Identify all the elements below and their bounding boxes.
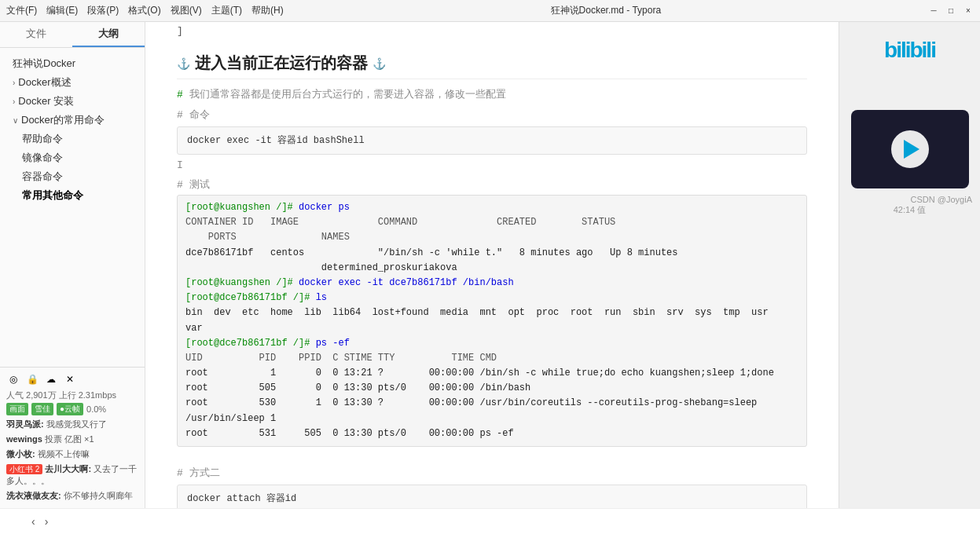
sidebar-icon-row: ◎ 🔒 ☁ ✕ xyxy=(6,372,138,386)
live-badges-row: 画面 雪佳 ●云帧 0.0% xyxy=(6,403,138,415)
outline-item-help[interactable]: 帮助命令 xyxy=(0,130,145,148)
cursor-indicator: I xyxy=(177,159,807,171)
ps-row-4: root 531 505 0 13:30 pts/0 00:00:00 ps -… xyxy=(185,428,514,439)
label-test-1: # 测试 xyxy=(177,177,807,192)
outline-item-other[interactable]: 常用其他命令 xyxy=(0,186,145,205)
nav-forward-button[interactable]: › xyxy=(45,515,49,528)
play-icon xyxy=(904,140,919,159)
ps-row-3: root 530 1 0 13:30 ? 00:00:00 /usr/bin/c… xyxy=(185,397,757,408)
outline-other-label: 常用其他命令 xyxy=(22,188,83,203)
badge-xuejia: 雪佳 xyxy=(31,403,53,415)
comment-3: 微小枚: 视频不上传嘛 xyxy=(6,447,138,462)
comment-text-1: 我们通常容器都是使用后台方式运行的，需要进入容器，修改一些配置 xyxy=(189,89,506,101)
closing-bracket: ] xyxy=(177,25,807,37)
ps-row-1: root 1 0 0 13:21 ? 00:00:00 /bin/sh -c w… xyxy=(185,368,774,379)
titlebar: 文件(F) 编辑(E) 段落(P) 格式(O) 视图(V) 主题(T) 帮助(H… xyxy=(0,0,980,22)
outline-item-image[interactable]: 镜像命令 xyxy=(0,148,145,167)
lock-icon[interactable]: 🔒 xyxy=(25,372,39,386)
menu-view[interactable]: 视图(V) xyxy=(171,4,202,17)
window-title: 狂神说Docker.md - Typora xyxy=(284,4,928,17)
nav-back-button[interactable]: ‹ xyxy=(31,515,35,528)
video-thumbnail[interactable] xyxy=(851,110,969,188)
outline-item-overview[interactable]: › Docker概述 xyxy=(0,73,145,92)
container-name: determined_proskuriakova xyxy=(185,262,457,273)
ps-header: UID PID PPID C STIME TTY TIME CMD xyxy=(185,353,497,364)
menu-edit[interactable]: 编辑(E) xyxy=(46,4,78,17)
header-row-2: PORTS NAMES xyxy=(185,232,350,243)
header-row: CONTAINER ID IMAGE COMMAND CREATED STATU… xyxy=(185,217,615,228)
outline-commands-label: Docker的常用命令 xyxy=(21,113,105,127)
user-1: 羽灵鸟派: xyxy=(6,419,44,429)
outline-image-label: 镜像命令 xyxy=(22,151,63,165)
prompt-3: [root@dce7b86171bf /]# xyxy=(185,292,310,303)
section-title: ⚓ 进入当前正在运行的容器 ⚓ xyxy=(177,53,807,79)
cmd-ps-ef: ps -ef xyxy=(310,338,349,349)
menu-format[interactable]: 格式(O) xyxy=(128,4,160,17)
video-time: 42:14 值 xyxy=(894,204,927,216)
outline-item-install[interactable]: › Docker 安装 xyxy=(0,92,145,111)
outline-help-label: 帮助命令 xyxy=(22,132,63,146)
cloud-icon[interactable]: ☁ xyxy=(44,372,58,386)
outline-container-label: 容器命令 xyxy=(22,170,63,184)
yunzhen-percent: 0.0% xyxy=(86,404,106,414)
bilibili-logo: bilibili xyxy=(884,38,935,63)
tab-file[interactable]: 文件 xyxy=(0,22,72,47)
close-button[interactable]: × xyxy=(963,5,974,16)
menu-file[interactable]: 文件(F) xyxy=(6,4,37,17)
outline-root-label: 狂神说Docker xyxy=(13,57,75,71)
badge-yunzhen: ●云帧 xyxy=(57,403,83,415)
tab-outline[interactable]: 大纲 xyxy=(72,22,145,47)
cmd-docker-ps: docker ps xyxy=(293,202,350,213)
user-2: wewings xyxy=(6,434,42,444)
toggle-overview: › xyxy=(13,79,15,87)
spacer-1 xyxy=(177,450,807,459)
play-button[interactable] xyxy=(891,130,929,168)
ps-row-2: root 505 0 0 13:30 pts/0 00:00:00 /bin/b… xyxy=(185,382,530,393)
bottom-nav: ‹ › xyxy=(0,508,980,534)
menu-paragraph[interactable]: 段落(P) xyxy=(87,4,119,17)
comment-5: 洗衣液做友友: 你不够持久啊廊年 xyxy=(6,488,138,503)
maximize-button[interactable]: □ xyxy=(945,5,956,16)
menu-theme[interactable]: 主题(T) xyxy=(211,4,242,17)
window-controls[interactable]: ─ □ × xyxy=(928,5,974,16)
record-icon[interactable]: ◎ xyxy=(6,372,20,386)
terminal-block-1[interactable]: [root@kuangshen /]# docker ps CONTAINER … xyxy=(177,195,807,447)
live-section: 人气 2,901万 上行 2.31mbps 画面 雪佳 ●云帧 0.0% 羽灵鸟… xyxy=(6,390,138,503)
close-icon[interactable]: ✕ xyxy=(63,372,77,386)
user-4: 去川大大啊: xyxy=(45,464,91,474)
csdn-watermark: CSDN @JoygiA xyxy=(911,195,972,204)
toggle-commands: ∨ xyxy=(13,116,18,125)
outline-item-commands[interactable]: ∨ Docker的常用命令 xyxy=(0,111,145,130)
user-5: 洗衣液做友友: xyxy=(6,491,61,500)
comment-2: wewings 投票 亿图 ×1 xyxy=(6,432,138,447)
label-cmd: # 命令 xyxy=(177,108,807,122)
outline-install-label: Docker 安装 xyxy=(18,94,74,108)
comment-1: # 我们通常容器都是使用后台方式运行的，需要进入容器，修改一些配置 xyxy=(177,87,807,101)
right-panel: bilibili CSDN @JoygiA 42:14 值 xyxy=(839,22,980,508)
comment-hash: # xyxy=(177,89,183,101)
section-heading-text: 进入当前正在运行的容器 xyxy=(195,53,368,74)
outline-item-container[interactable]: 容器命令 xyxy=(0,167,145,186)
container-row: dce7b86171bf centos "/bin/sh -c 'while t… xyxy=(185,247,678,258)
sidebar-bottom: ◎ 🔒 ☁ ✕ 人气 2,901万 上行 2.31mbps 画面 雪佳 ●云帧 … xyxy=(0,367,145,508)
menu-bar[interactable]: 文件(F) 编辑(E) 段落(P) 格式(O) 视图(V) 主题(T) 帮助(H… xyxy=(6,4,284,17)
cmd-exec-1: docker exec -it dce7b86171bf /bin/bash xyxy=(293,277,514,288)
cmd-exec: docker exec -it 容器id bashShell xyxy=(177,126,807,155)
badge-xiaohongshu: 小红书 2 xyxy=(6,464,42,474)
menu-help[interactable]: 帮助(H) xyxy=(251,4,284,17)
badge-picture: 画面 xyxy=(6,403,28,415)
cmd-ls: ls xyxy=(310,292,327,303)
live-stats-row: 人气 2,901万 上行 2.31mbps xyxy=(6,390,138,401)
ls-output: bin dev etc home lib lib64 lost+found me… xyxy=(185,307,769,318)
outline-item-root[interactable]: 狂神说Docker xyxy=(0,54,145,73)
heading-anchor-right: ⚓ xyxy=(373,57,386,70)
minimize-button[interactable]: ─ xyxy=(928,5,939,16)
user-3: 微小枚: xyxy=(6,449,35,459)
sidebar: 文件 大纲 狂神说Docker › Docker概述 › Docker 安装 ∨… xyxy=(0,22,145,508)
prompt-2: [root@kuangshen /]# xyxy=(185,277,293,288)
outline-tree: 狂神说Docker › Docker概述 › Docker 安装 ∨ Docke… xyxy=(0,48,145,367)
outline-overview-label: Docker概述 xyxy=(18,75,71,90)
main-content[interactable]: ] ⚓ 进入当前正在运行的容器 ⚓ # 我们通常容器都是使用后台方式运行的，需要… xyxy=(145,22,839,508)
live-stats: 人气 2,901万 上行 2.31mbps xyxy=(6,390,116,401)
ls-var: var xyxy=(185,323,203,334)
